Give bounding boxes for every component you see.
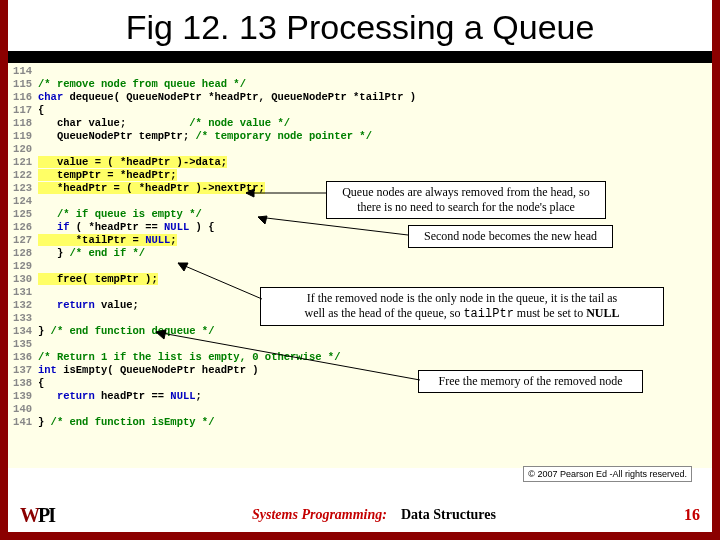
code-line: 128 } /* end if */ <box>8 247 712 260</box>
svg-line-4 <box>178 263 262 299</box>
callout-line2b: must be set to <box>514 306 586 320</box>
callout-null: NULL <box>586 306 619 320</box>
code-line: 119 QueueNodePtr tempPtr; /* temporary n… <box>8 130 712 143</box>
copyright-notice: © 2007 Pearson Ed -All rights reserved. <box>523 466 692 482</box>
slide-footer: WPI Systems Programming: Data Structures… <box>8 498 712 532</box>
code-listing: Queue nodes are always removed from the … <box>8 63 712 468</box>
svg-marker-5 <box>178 263 188 271</box>
svg-marker-7 <box>156 330 166 339</box>
code-line: 114 <box>8 65 712 78</box>
code-line: 140 <box>8 403 712 416</box>
slide-title: Fig 12. 13 Processing a Queue <box>20 8 700 47</box>
callout-line2a: well as the head of the queue, so <box>304 306 463 320</box>
arrow-icon <box>248 213 410 239</box>
wpi-logo: WPI <box>20 504 64 526</box>
code-line: 115/* remove node from queue head */ <box>8 78 712 91</box>
code-line: 130 free( tempPtr ); <box>8 273 712 286</box>
arrow-icon <box>170 259 264 303</box>
callout-free-memory: Free the memory of the removed node <box>418 370 643 393</box>
callout-code-tailptr: tailPtr <box>463 307 513 321</box>
footer-right: Data Structures <box>401 507 496 522</box>
code-line: 129 <box>8 260 712 273</box>
code-line: 118 char value; /* node value */ <box>8 117 712 130</box>
svg-marker-3 <box>258 216 267 224</box>
code-line: 141} /* end function isEmpty */ <box>8 416 712 429</box>
svg-marker-1 <box>246 189 254 197</box>
footer-text: Systems Programming: Data Structures <box>64 507 684 523</box>
arrow-icon <box>236 181 328 205</box>
svg-line-6 <box>156 332 420 380</box>
callout-line1: If the removed node is the only node in … <box>307 291 618 305</box>
code-line: 116char dequeue( QueueNodePtr *headPtr, … <box>8 91 712 104</box>
callout-tail-null: If the removed node is the only node in … <box>260 287 664 326</box>
callout-second-node: Second node becomes the new head <box>408 225 613 248</box>
code-line: 120 <box>8 143 712 156</box>
page-number: 16 <box>684 506 700 524</box>
code-line: 121 value = ( *headPtr )->data; <box>8 156 712 169</box>
title-bar: Fig 12. 13 Processing a Queue <box>8 0 712 63</box>
svg-line-2 <box>258 217 408 235</box>
footer-left: Systems Programming: <box>252 507 387 522</box>
code-line: 117{ <box>8 104 712 117</box>
arrow-icon <box>148 328 422 384</box>
